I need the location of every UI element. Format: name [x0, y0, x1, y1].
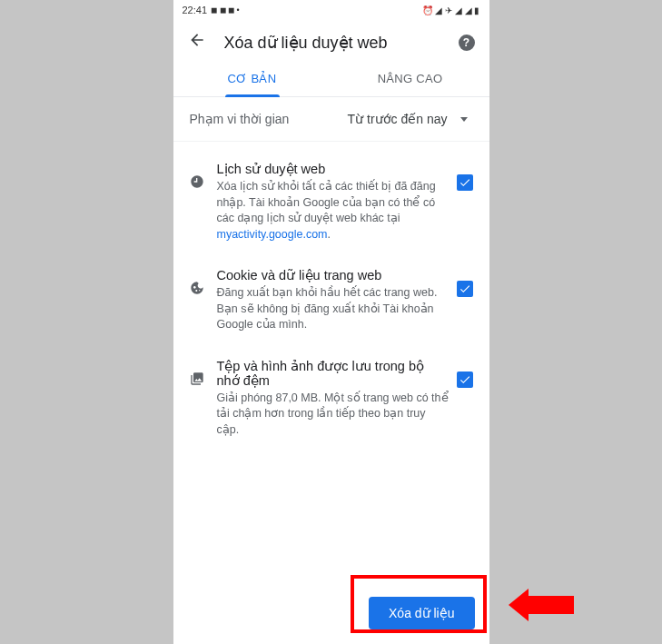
status-right-icons: ⏰ ◢ ✈ ◢ ◢ ▮: [422, 5, 480, 15]
time-range-row: Phạm vi thời gian Từ trước đến nay: [173, 97, 489, 142]
help-icon[interactable]: ?: [459, 35, 475, 51]
option-cache[interactable]: Tệp và hình ảnh được lưu trong bộ nhớ đệ…: [173, 346, 489, 451]
options-list: Lịch sử duyệt web Xóa lịch sử khỏi tất c…: [173, 142, 489, 458]
option-desc: Giải phóng 87,0 MB. Một số trang web có …: [217, 391, 450, 439]
tabs: CƠ BẢN NÂNG CAO: [173, 61, 489, 97]
phone-screen: 22:41 ◼ ◼ ◼ • ⏰ ◢ ✈ ◢ ◢ ▮ Xóa dữ liệu du…: [173, 0, 489, 644]
cookie-icon: [184, 281, 210, 295]
chevron-down-icon: [460, 117, 468, 122]
tab-basic[interactable]: CƠ BẢN: [173, 61, 331, 96]
option-title: Cookie và dữ liệu trang web: [217, 268, 450, 282]
annotation-arrow: [509, 589, 574, 621]
option-history[interactable]: Lịch sử duyệt web Xóa lịch sử khỏi tất c…: [173, 149, 489, 255]
time-range-value: Từ trước đến nay: [348, 112, 448, 126]
option-cookies[interactable]: Cookie và dữ liệu trang web Đăng xuất bạ…: [173, 255, 489, 346]
page-title: Xóa dữ liệu duyệt web: [224, 33, 440, 53]
option-title: Tệp và hình ảnh được lưu trong bộ nhớ đệ…: [217, 359, 450, 388]
option-desc: Đăng xuất bạn khỏi hầu hết các trang web…: [217, 285, 450, 333]
option-desc: Xóa lịch sử khỏi tất cả các thiết bị đã …: [217, 179, 450, 243]
back-button[interactable]: [188, 31, 206, 54]
option-title: Lịch sử duyệt web: [217, 162, 450, 176]
time-range-label: Phạm vi thời gian: [190, 112, 290, 126]
footer: Xóa dữ liệu: [173, 586, 489, 644]
app-bar: Xóa dữ liệu duyệt web ?: [173, 20, 489, 61]
clock-icon: [184, 174, 210, 189]
checkbox-cookies[interactable]: [457, 281, 473, 297]
checkbox-cache[interactable]: [457, 372, 473, 388]
image-icon: [184, 372, 210, 386]
myactivity-link[interactable]: myactivity.google.com: [217, 228, 328, 241]
tab-advanced[interactable]: NÂNG CAO: [331, 61, 489, 96]
clear-data-button[interactable]: Xóa dữ liệu: [369, 597, 474, 629]
status-bar: 22:41 ◼ ◼ ◼ • ⏰ ◢ ✈ ◢ ◢ ▮: [173, 0, 489, 20]
status-left-icons: ◼ ◼ ◼ •: [211, 5, 240, 15]
status-time: 22:41: [183, 5, 208, 15]
checkbox-history[interactable]: [457, 174, 473, 191]
time-range-select[interactable]: Từ trước đến nay: [300, 112, 472, 126]
